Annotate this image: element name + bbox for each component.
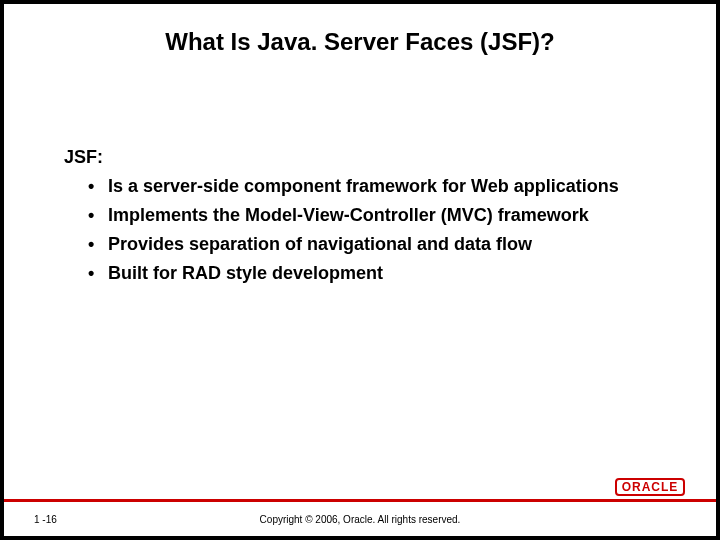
- bullet-text: Provides separation of navigational and …: [108, 231, 666, 258]
- bullet-item: • Provides separation of navigational an…: [64, 231, 666, 258]
- slide: What Is Java. Server Faces (JSF)? JSF: •…: [4, 4, 716, 536]
- bullet-icon: •: [64, 231, 108, 258]
- bullet-text: Implements the Model-View-Controller (MV…: [108, 202, 666, 229]
- bullet-icon: •: [64, 202, 108, 229]
- footer-divider: [4, 499, 716, 502]
- bullet-text: Built for RAD style development: [108, 260, 666, 287]
- intro-label: JSF:: [64, 144, 666, 171]
- bullet-text: Is a server-side component framework for…: [108, 173, 666, 200]
- bullet-icon: •: [64, 260, 108, 287]
- slide-content: JSF: • Is a server-side component framew…: [64, 144, 666, 289]
- bullet-icon: •: [64, 173, 108, 200]
- bullet-item: • Built for RAD style development: [64, 260, 666, 287]
- bullet-item: • Is a server-side component framework f…: [64, 173, 666, 200]
- bullet-item: • Implements the Model-View-Controller (…: [64, 202, 666, 229]
- slide-title: What Is Java. Server Faces (JSF)?: [4, 4, 716, 56]
- copyright-text: Copyright © 2006, Oracle. All rights res…: [4, 514, 716, 525]
- oracle-logo: ORACLE: [606, 478, 694, 496]
- logo-text: ORACLE: [615, 478, 686, 496]
